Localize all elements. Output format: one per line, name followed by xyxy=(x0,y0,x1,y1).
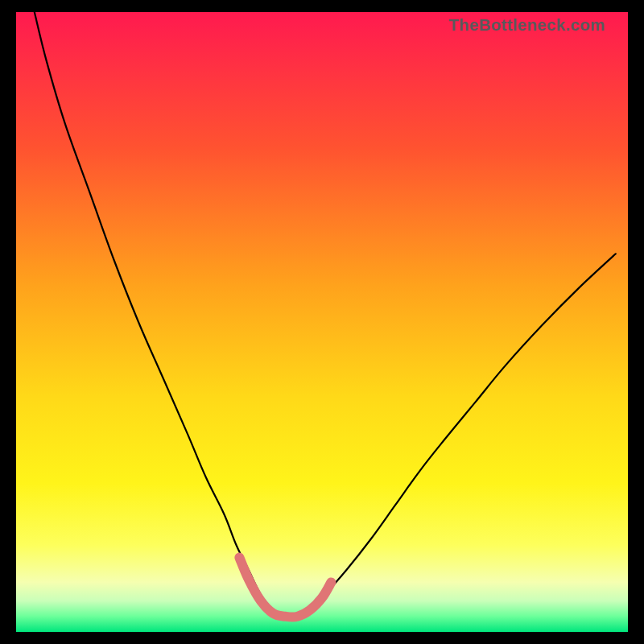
bottleneck-chart xyxy=(16,12,628,632)
chart-frame: TheBottleneck.com xyxy=(16,12,628,632)
gradient-background xyxy=(16,12,628,632)
watermark-text: TheBottleneck.com xyxy=(449,15,605,35)
